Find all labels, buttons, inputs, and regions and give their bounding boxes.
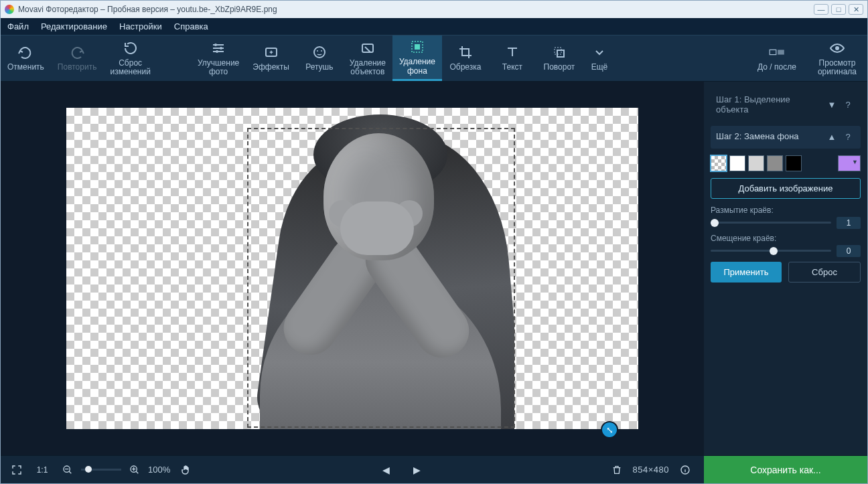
pan-hand-button[interactable] [177, 461, 196, 479]
menu-edit[interactable]: Редактирование [41, 21, 107, 31]
rotate-button[interactable]: Поворот [536, 35, 583, 81]
help-step2-button[interactable]: ? [841, 130, 855, 145]
sparkle-icon [263, 44, 279, 60]
reset-icon [123, 40, 139, 56]
delete-button[interactable] [607, 461, 626, 479]
canvas-area[interactable]: ⤡ [1, 82, 704, 455]
svg-point-4 [314, 47, 325, 58]
fullscreen-button[interactable] [7, 461, 26, 479]
enhance-button[interactable]: Улучшение фото [191, 35, 246, 81]
undo-icon [17, 44, 33, 60]
maximize-button[interactable]: □ [831, 4, 846, 15]
background-swatches [711, 155, 861, 171]
menu-help[interactable]: Справка [174, 21, 208, 31]
resize-handle[interactable]: ⤡ [602, 422, 617, 437]
image-subject [243, 108, 514, 429]
add-image-button[interactable]: Добавить изображение [711, 178, 861, 199]
redo-button[interactable]: Повторить [51, 35, 104, 81]
edge-blur-thumb[interactable] [711, 219, 719, 227]
text-icon [504, 44, 520, 60]
image-canvas[interactable]: ⤡ [66, 108, 638, 429]
bg-remove-icon [409, 39, 425, 55]
swatch-black[interactable] [786, 155, 802, 171]
svg-point-5 [317, 50, 318, 52]
svg-point-14 [835, 46, 839, 50]
step-2-header[interactable]: Шаг 2: Замена фона ▲ ? [711, 126, 861, 149]
swatch-white[interactable] [729, 155, 745, 171]
background-removal-button[interactable]: Удаление фона [392, 35, 442, 81]
edge-blur-slider: Размытие краёв: 1 [711, 206, 861, 227]
statusbar: 1:1 100% ◀ ▶ 854×480 Сохранить как... [1, 455, 867, 483]
toolbar: Отменить Повторить Сброс изменений Улучш… [1, 35, 867, 82]
image-dimensions: 854×480 [633, 465, 669, 475]
svg-rect-12 [770, 50, 776, 55]
chevron-down-icon: ▼ [827, 100, 837, 110]
edge-blur-label: Размытие краёв: [711, 206, 861, 215]
before-after-button[interactable]: До / после [747, 35, 807, 81]
chevron-up-icon: ▲ [827, 132, 837, 142]
compare-icon [769, 44, 785, 60]
undo-button[interactable]: Отменить [1, 35, 51, 81]
svg-rect-9 [415, 44, 420, 50]
svg-rect-10 [557, 50, 564, 57]
chevron-down-icon [591, 44, 607, 60]
retouch-button[interactable]: Ретушь [296, 35, 343, 81]
swatch-gray[interactable] [767, 155, 783, 171]
minimize-button[interactable]: — [814, 4, 828, 15]
view-original-button[interactable]: Просмотр оригинала [807, 35, 867, 81]
eye-icon [829, 40, 845, 56]
reset-changes-button[interactable]: Сброс изменений [103, 35, 157, 81]
zoom-track[interactable] [81, 469, 121, 471]
menu-file[interactable]: Файл [7, 21, 29, 31]
face-icon [311, 44, 328, 60]
menubar: Файл Редактирование Настройки Справка [1, 18, 867, 35]
zoom-thumb[interactable] [85, 466, 92, 473]
next-image-button[interactable]: ▶ [407, 461, 426, 479]
svg-point-0 [214, 44, 217, 46]
rotate-icon [551, 44, 567, 60]
zoom-out-button[interactable] [58, 461, 77, 479]
crop-button[interactable]: Обрезка [442, 35, 489, 81]
svg-point-1 [220, 47, 222, 50]
edge-shift-value: 0 [837, 245, 861, 257]
zoom-percent: 100% [148, 465, 170, 475]
svg-point-6 [321, 50, 322, 52]
info-button[interactable] [676, 461, 695, 479]
side-panel: Шаг 1: Выделение объекта ▼ ? Шаг 2: Заме… [704, 82, 867, 455]
svg-rect-7 [362, 44, 373, 52]
redo-icon [69, 44, 85, 60]
fit-zoom-button[interactable]: 1:1 [33, 461, 52, 479]
swatch-lightgray[interactable] [748, 155, 764, 171]
step-1-header[interactable]: Шаг 1: Выделение объекта ▼ ? [711, 91, 861, 119]
edge-shift-slider: Смещение краёв: 0 [711, 234, 861, 255]
close-button[interactable]: ✕ [849, 4, 863, 15]
menu-settings[interactable]: Настройки [119, 21, 162, 31]
help-step1-button[interactable]: ? [841, 98, 855, 112]
edge-blur-value: 1 [837, 217, 861, 229]
text-button[interactable]: Текст [489, 35, 536, 81]
zoom-in-button[interactable] [125, 461, 144, 479]
window-title: Movavi Фоторедактор – Пробная версия – y… [18, 5, 277, 14]
save-as-button[interactable]: Сохранить как... [704, 456, 867, 484]
color-picker-dropdown[interactable] [838, 155, 861, 171]
apply-button[interactable]: Применить [711, 262, 782, 283]
app-logo-icon [5, 5, 14, 14]
titlebar: Movavi Фоторедактор – Пробная версия – y… [1, 1, 867, 18]
sliders-icon [210, 40, 226, 56]
edge-blur-track[interactable] [711, 222, 831, 224]
svg-point-2 [216, 50, 218, 53]
more-button[interactable]: Ещё [583, 35, 616, 81]
edge-shift-label: Смещение краёв: [711, 234, 861, 243]
crop-icon [457, 44, 474, 60]
swatch-transparent[interactable] [711, 155, 727, 171]
reset-button[interactable]: Сброс [788, 262, 861, 283]
svg-rect-13 [778, 50, 784, 55]
zoom-slider: 100% [58, 461, 170, 479]
eraser-icon [360, 40, 376, 56]
prev-image-button[interactable]: ◀ [376, 461, 395, 479]
effects-button[interactable]: Эффекты [246, 35, 296, 81]
object-removal-button[interactable]: Удаление объектов [343, 35, 392, 81]
edge-shift-thumb[interactable] [770, 247, 778, 255]
